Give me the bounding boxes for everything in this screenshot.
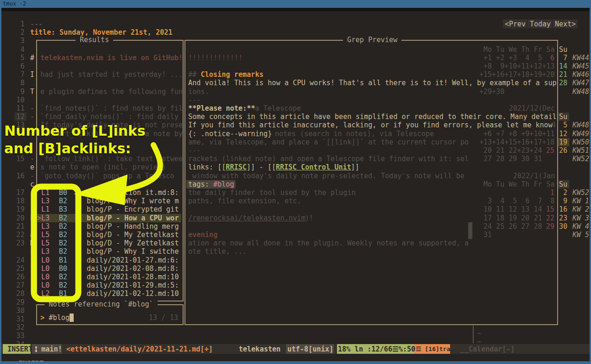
gutter-line-number: 28 — [13, 289, 25, 298]
calendar-saturday: 6 — [542, 54, 554, 62]
gutter-line-number: 10 — [13, 96, 25, 104]
gutter-line-number: 33 — [13, 332, 25, 340]
calendar-sunday: 2 — [559, 188, 567, 197]
calendar-today-button[interactable]: Today — [530, 20, 551, 28]
links-count: L1 — [41, 188, 50, 197]
calendar-sunday: 21 — [559, 70, 567, 79]
backlinks-count: B0 — [59, 264, 67, 273]
result-label: blog/D - My Zettelkast — [87, 231, 179, 239]
gutter-line-number: 5 — [13, 54, 25, 62]
links-count: L3 — [41, 247, 50, 256]
links-count: L3 — [41, 214, 50, 222]
links-count: L3 — [41, 197, 50, 205]
calendar-week-number: KW 5 — [572, 231, 589, 239]
down-arrow-icon: ⬇ — [76, 197, 81, 205]
calendar-week-row: 4 — [552, 121, 556, 129]
mode-message: -- INSERT -- — [6, 360, 56, 361]
gutter-line-number: 20 — [13, 214, 25, 222]
gutter-line-number: 11 — [13, 104, 25, 113]
backlinks-count: B2 — [59, 214, 67, 222]
gutter-line-number: 17 — [13, 188, 25, 197]
calendar-sunday: 23 — [559, 214, 567, 222]
calendar-week-row: 24 25 26 27 28 — [479, 222, 542, 231]
gutter-line-number: 18 — [13, 197, 25, 205]
preview-text: ions. — [188, 88, 209, 96]
calendar-week-number: KW50 — [572, 138, 589, 146]
buffer-text: M — [30, 239, 34, 247]
backlinks-count: B3 — [59, 205, 67, 213]
calendar-week-number: KW48 — [572, 88, 589, 96]
calendar-week-number: KW46 — [572, 70, 589, 79]
backlinks-count: B2 — [59, 247, 67, 256]
calendar-month-header: 2022/1(Jan — [513, 172, 555, 180]
result-label: i mention it.md:8: — [87, 188, 179, 197]
gutter-line-number: 26 — [13, 273, 25, 281]
preview-text: If you find this article inaccurate, lac… — [188, 121, 553, 129]
preview-heading: Closing remarks — [201, 70, 263, 79]
gutter-line-number: 27 — [13, 281, 25, 289]
gutter-line-number: 7 — [13, 70, 25, 79]
backlinks-count: B2 — [59, 231, 67, 239]
down-arrow-icon: ⬇ — [76, 239, 81, 247]
calendar-saturday: 29 — [542, 222, 554, 231]
links-count: L5 — [41, 239, 50, 247]
calendar-sunday: 26 — [559, 146, 567, 155]
links-count: L0 — [41, 264, 50, 273]
cursor-position: 18% ln :12/66☰%:50 — [338, 345, 415, 353]
gutter-line-number: 1 — [13, 20, 25, 28]
gutter-line-number: 21 — [13, 222, 25, 231]
calendar-next-button[interactable]: Next> — [555, 20, 576, 28]
search-input[interactable]: #blog — [49, 314, 70, 322]
preview-text: **Please note:** — [188, 104, 255, 113]
calendar-sunday: 28 — [559, 79, 567, 87]
backlinks-count: B2 — [59, 273, 67, 281]
encoding: utf-8[unix] — [287, 345, 333, 353]
buffer-text: T — [30, 88, 34, 96]
buffer-text: c — [30, 180, 34, 188]
buffer-text: # — [30, 54, 34, 62]
down-arrow-icon: ⬇ — [76, 273, 81, 281]
calendar-saturday: 15 — [542, 205, 554, 213]
down-arrow-icon: ⬇ — [76, 205, 81, 213]
buffer-text: --- — [30, 20, 43, 28]
calendar-statusline: __Calendar[-] — [460, 345, 515, 353]
down-arrow-icon: ⬇ — [76, 264, 81, 273]
result-label: blog/D - My Zettelkast — [87, 239, 179, 247]
preview-text: )! — [305, 214, 313, 222]
calendar-week-row: 17 18 19 20 21 — [479, 214, 542, 222]
calendar-week-number: KW 4 — [572, 222, 589, 231]
links-count: L0 — [41, 256, 50, 264]
down-arrow-icon: ⬇ — [76, 222, 81, 231]
links-count: L2 — [41, 289, 50, 298]
gutter-line-number: 25 — [13, 264, 25, 273]
calendar-saturday: 1 — [542, 188, 554, 197]
filetype: telekasten — [239, 345, 280, 353]
calendar-weekday-header: Mo Tu We Th Fr Sa — [479, 45, 555, 54]
gutter-line-number: 30 — [13, 307, 25, 315]
calendar-week-number: KW48 — [572, 121, 589, 129]
empty-line-tilde: ~ — [477, 329, 481, 338]
terminal-window: tmux -2 Results Grep Preview Notes refer… — [0, 0, 591, 364]
links-count: L0 — [41, 281, 50, 289]
prompt-title: Notes referencing `#blog` — [44, 300, 158, 308]
result-label: daily/2021-01-29.md:5: — [87, 281, 179, 289]
preview-text: ame, via Telescope, and place a `[[link]… — [188, 138, 469, 146]
calendar-week-row: +29+30 — [479, 88, 504, 96]
text-cursor — [70, 314, 74, 322]
calendar-saturday: 22 — [542, 214, 554, 222]
gutter-line-number: 6 — [13, 62, 25, 70]
calendar-week-row: 27 28 29 30 31 — [479, 155, 542, 163]
results-panel-title: Results — [76, 36, 113, 44]
result-label: daily/2021-02-12.md:10 — [87, 289, 179, 298]
gutter-line-number: 22 — [13, 231, 25, 239]
buffer-text: - — [30, 104, 34, 113]
calendar-week-number: KW47 — [572, 79, 589, 87]
preview-text: Some concepts in this article have been … — [188, 113, 557, 121]
scroll-indicator — [468, 222, 472, 239]
gutter-line-number: 9 — [13, 88, 25, 96]
tag-highlight: #blog — [213, 180, 234, 188]
calendar-week-number: KW44 — [572, 54, 589, 62]
down-arrow-icon: ⬇ — [76, 188, 81, 197]
calendar-prev-button[interactable]: <Prev — [505, 20, 526, 28]
calendar-weekday-header: Mo Tu We Th Fr Sa — [479, 180, 555, 188]
